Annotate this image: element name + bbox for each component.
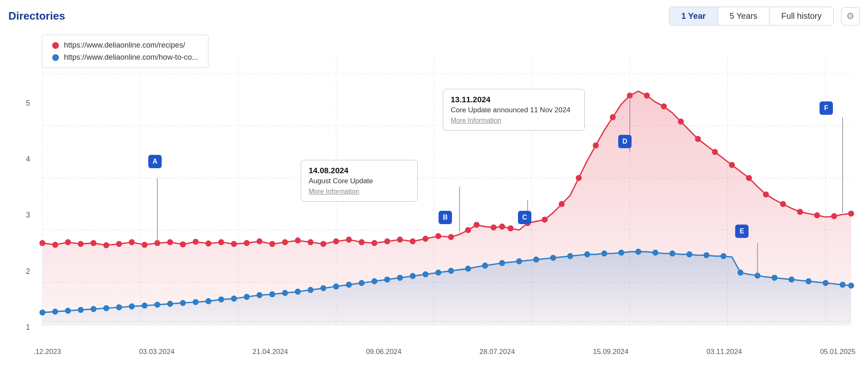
tooltip-august: 14.08.2024 August Core Update More Infor… xyxy=(301,160,418,202)
legend-dot-blue xyxy=(52,54,59,61)
svg-point-66 xyxy=(746,175,752,181)
svg-point-88 xyxy=(231,296,237,302)
svg-point-51 xyxy=(499,224,505,230)
svg-point-57 xyxy=(593,142,599,149)
svg-point-129 xyxy=(848,283,854,289)
x-label-4: 28.07.2024 xyxy=(480,348,515,356)
svg-point-52 xyxy=(508,225,513,232)
svg-point-70 xyxy=(814,212,820,219)
header: Directories 1 Year 5 Years Full history … xyxy=(8,7,860,25)
svg-point-86 xyxy=(206,298,211,304)
svg-point-35 xyxy=(295,238,301,244)
svg-point-74 xyxy=(52,308,58,315)
svg-point-37 xyxy=(320,241,326,247)
svg-point-95 xyxy=(320,285,326,291)
svg-point-62 xyxy=(678,119,684,125)
svg-point-112 xyxy=(567,253,573,259)
svg-point-98 xyxy=(359,280,365,286)
svg-point-22 xyxy=(129,239,135,245)
svg-point-92 xyxy=(282,290,288,296)
svg-point-30 xyxy=(231,241,237,247)
svg-point-120 xyxy=(703,252,709,258)
event-badge-b: B xyxy=(439,211,452,224)
svg-point-73 xyxy=(39,309,45,316)
svg-point-44 xyxy=(410,238,416,245)
x-label-7: 05.01.2025 xyxy=(820,348,855,356)
svg-point-48 xyxy=(465,227,471,233)
svg-point-45 xyxy=(422,236,428,242)
svg-point-17 xyxy=(65,239,71,245)
svg-point-103 xyxy=(422,271,428,278)
svg-point-31 xyxy=(244,240,250,246)
svg-point-117 xyxy=(652,250,658,256)
svg-point-28 xyxy=(206,240,211,247)
svg-point-21 xyxy=(116,241,122,247)
svg-point-89 xyxy=(244,294,250,300)
page-container: Directories 1 Year 5 Years Full history … xyxy=(0,0,868,374)
svg-point-84 xyxy=(180,300,186,306)
x-label-2: 21.04.2024 xyxy=(252,348,288,356)
svg-point-97 xyxy=(346,282,352,288)
header-controls: 1 Year 5 Years Full history ⚙ xyxy=(669,7,860,25)
svg-point-125 xyxy=(789,276,794,283)
svg-point-42 xyxy=(384,238,390,245)
event-badge-f: F xyxy=(820,101,833,115)
gear-icon: ⚙ xyxy=(846,11,855,22)
svg-point-23 xyxy=(142,242,147,248)
x-label-1: 03.03.2024 xyxy=(139,348,175,356)
event-badge-e: E xyxy=(735,225,749,238)
svg-point-71 xyxy=(831,213,837,220)
x-axis: .12.2023 03.03.2024 21.04.2024 09.06.202… xyxy=(33,348,855,356)
svg-point-32 xyxy=(256,238,262,245)
svg-point-100 xyxy=(384,276,390,283)
svg-point-82 xyxy=(155,302,160,308)
svg-point-41 xyxy=(371,240,377,246)
svg-point-55 xyxy=(559,201,565,207)
svg-point-127 xyxy=(822,280,828,286)
svg-point-50 xyxy=(491,225,497,231)
svg-point-81 xyxy=(142,303,147,309)
page-title: Directories xyxy=(8,10,65,23)
svg-point-56 xyxy=(576,175,581,181)
chart-legend: https://www.deliaonline.com/recipes/ htt… xyxy=(42,35,208,68)
event-badge-c: C xyxy=(518,211,531,224)
svg-point-25 xyxy=(167,239,173,245)
x-label-0: .12.2023 xyxy=(33,348,61,356)
svg-point-60 xyxy=(644,93,650,99)
svg-point-43 xyxy=(397,237,403,243)
svg-point-63 xyxy=(695,136,701,142)
fullhistory-button[interactable]: Full history xyxy=(769,7,833,25)
svg-point-77 xyxy=(91,306,96,312)
tooltip-nov-text: Core Update announced 11 Nov 2024 xyxy=(451,106,577,114)
svg-point-75 xyxy=(65,308,71,314)
svg-point-128 xyxy=(840,282,845,288)
svg-point-110 xyxy=(533,257,539,263)
event-badge-d: D xyxy=(618,135,632,148)
svg-point-76 xyxy=(78,307,84,313)
chart-svg xyxy=(8,30,860,360)
svg-point-102 xyxy=(410,273,416,279)
legend-dot-red xyxy=(52,42,59,49)
svg-point-18 xyxy=(78,241,84,247)
settings-button[interactable]: ⚙ xyxy=(841,7,860,25)
svg-point-107 xyxy=(482,263,488,269)
svg-point-126 xyxy=(806,278,812,285)
5years-button[interactable]: 5 Years xyxy=(718,7,770,25)
svg-point-39 xyxy=(346,237,352,243)
tooltip-november: 13.11.2024 Core Update announced 11 Nov … xyxy=(443,89,585,131)
svg-point-61 xyxy=(661,104,667,110)
svg-point-124 xyxy=(772,275,777,281)
svg-point-119 xyxy=(686,251,692,258)
tooltip-aug-text: August Core Update xyxy=(309,177,410,185)
1year-button[interactable]: 1 Year xyxy=(670,7,718,25)
x-label-6: 03.11.2024 xyxy=(706,348,742,356)
tooltip-nov-link[interactable]: More Information xyxy=(451,117,577,124)
svg-point-38 xyxy=(333,238,339,245)
svg-point-113 xyxy=(584,251,590,258)
svg-point-29 xyxy=(218,239,224,245)
tooltip-aug-link[interactable]: More Information xyxy=(309,188,410,195)
svg-point-93 xyxy=(295,288,301,295)
svg-point-33 xyxy=(269,241,275,247)
svg-point-114 xyxy=(601,250,607,257)
svg-point-108 xyxy=(499,260,505,266)
